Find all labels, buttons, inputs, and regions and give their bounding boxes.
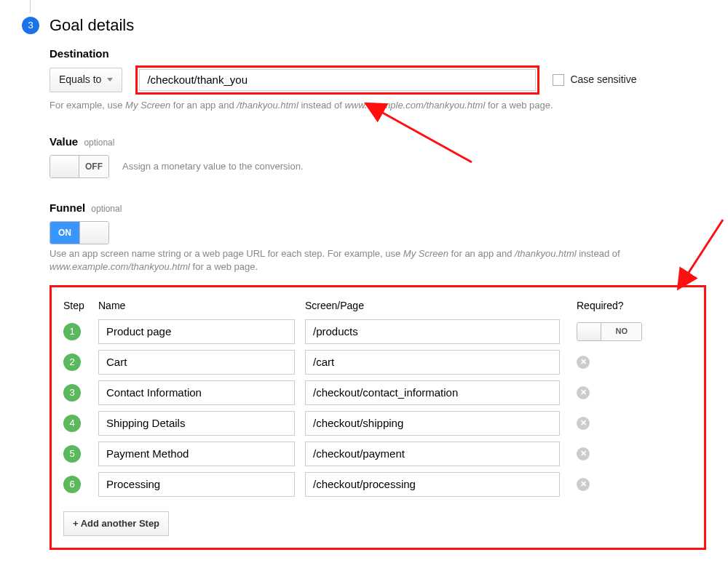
remove-step-icon[interactable]: ✕ (577, 417, 590, 430)
step-page-input[interactable] (305, 350, 560, 375)
add-step-button[interactable]: + Add another Step (63, 511, 169, 536)
funnel-toggle-label: ON (50, 222, 79, 244)
remove-step-icon[interactable]: ✕ (577, 356, 590, 369)
remove-step-icon[interactable]: ✕ (577, 478, 590, 491)
required-toggle[interactable]: NO (577, 322, 642, 341)
remove-step-icon[interactable]: ✕ (577, 447, 590, 460)
value-desc: Assign a monetary value to the conversio… (122, 160, 304, 173)
top-connector (30, 0, 31, 13)
funnel-label: Funnel (50, 201, 85, 214)
col-name: Name (98, 299, 295, 314)
case-sensitive-checkbox[interactable] (553, 74, 564, 86)
step-name-input[interactable] (98, 380, 295, 405)
required-toggle-label: NO (601, 323, 641, 340)
destination-input[interactable] (139, 69, 536, 91)
funnel-hint: Use an app screen name string or a web p… (50, 247, 706, 273)
step-row: 1NO (63, 319, 692, 344)
case-sensitive-label: Case sensitive (570, 73, 636, 87)
step-page-input[interactable] (305, 319, 560, 344)
section-title: Goal details (50, 15, 134, 37)
svg-line-1 (683, 220, 723, 281)
funnel-toggle[interactable]: ON (50, 221, 109, 244)
step-page-input[interactable] (305, 442, 560, 466)
wizard-step-badge: 3 (22, 17, 39, 34)
value-label: Value (50, 135, 78, 148)
step-badge: 5 (63, 445, 81, 463)
step-badge: 6 (63, 476, 81, 493)
step-name-input[interactable] (98, 411, 295, 436)
match-type-dropdown[interactable]: Equals to (50, 68, 122, 92)
funnel-optional: optional (91, 204, 122, 214)
toggle-handle (79, 222, 108, 244)
col-required: Required? (577, 299, 649, 314)
annotation-arrow-2 (661, 216, 727, 289)
step-name-input[interactable] (98, 319, 295, 344)
value-optional: optional (84, 137, 114, 148)
steps-rows: 1NO2✕3✕4✕5✕6✕ (63, 319, 692, 497)
destination-highlight-box (135, 65, 539, 95)
step-badge: 2 (63, 354, 81, 371)
step-badge: 1 (63, 323, 81, 340)
step-name-input[interactable] (98, 350, 295, 375)
step-row: 3✕ (63, 380, 692, 405)
step-row: 6✕ (63, 472, 692, 497)
step-page-input[interactable] (305, 380, 560, 405)
step-name-input[interactable] (98, 442, 295, 466)
annotation-arrow-1 (352, 100, 483, 166)
destination-label: Destination (50, 46, 706, 61)
value-toggle[interactable]: OFF (50, 155, 109, 178)
match-type-label: Equals to (59, 73, 101, 87)
step-name-input[interactable] (98, 472, 295, 497)
toggle-handle (577, 323, 601, 340)
steps-header: Step Name Screen/Page Required? (63, 299, 692, 314)
step-badge: 4 (63, 415, 81, 432)
step-row: 5✕ (63, 442, 692, 466)
step-badge: 3 (63, 384, 81, 402)
step-row: 2✕ (63, 350, 692, 375)
chevron-down-icon (107, 78, 113, 81)
col-page: Screen/Page (305, 299, 560, 314)
section-header: 3 Goal details (22, 15, 706, 37)
svg-line-0 (373, 108, 472, 162)
destination-block: Destination Equals to Case sensitive For… (50, 46, 706, 112)
col-step: Step (63, 299, 88, 314)
funnel-block: Funnel optional ON Use an app screen nam… (50, 200, 706, 550)
toggle-handle (50, 156, 79, 177)
remove-step-icon[interactable]: ✕ (577, 386, 590, 399)
step-page-input[interactable] (305, 411, 560, 436)
funnel-steps-box: Step Name Screen/Page Required? 1NO2✕3✕4… (50, 285, 706, 550)
step-page-input[interactable] (305, 472, 560, 497)
step-row: 4✕ (63, 411, 692, 436)
funnel-label-row: Funnel optional (50, 200, 706, 215)
value-toggle-label: OFF (79, 156, 108, 177)
